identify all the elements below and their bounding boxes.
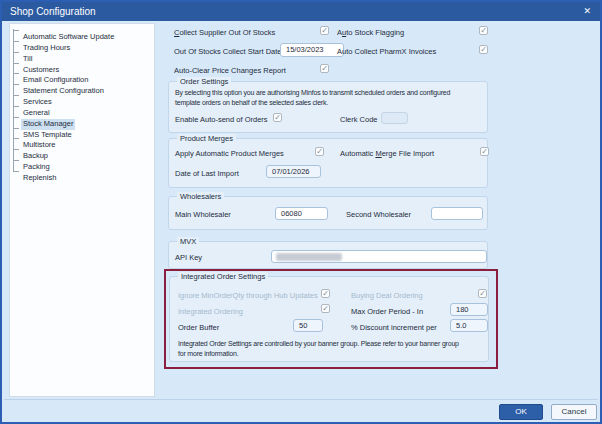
second-wholesaler-label: Second Wholesaler [346, 210, 411, 219]
sidebar-item-services[interactable]: Services [10, 90, 154, 101]
integrated-order-settings-group: Integrated Order Settings Ignore MinOrde… [169, 276, 489, 362]
auto-clear-price-changes-report-label: Auto-Clear Price Changes Report [174, 66, 286, 75]
order-settings-group-title: Order Settings [177, 77, 231, 86]
cancel-button[interactable]: Cancel [551, 404, 597, 420]
title-bar: Shop Configuration ✕ [2, 2, 600, 21]
integrated-order-settings-group-title: Integrated Order Settings [178, 272, 268, 281]
order-buffer-input[interactable]: 50 [293, 319, 323, 332]
integrated-ordering-checkbox: ✓ [321, 304, 330, 313]
automatic-merge-file-import-label: Automatic Merge File Import [340, 149, 434, 158]
ignore-minorderqty-label: Ignore MinOrderQty through Hub Updates [178, 291, 318, 300]
second-wholesaler-input[interactable] [431, 207, 483, 220]
max-order-period-input[interactable]: 180 [450, 303, 488, 316]
apply-automatic-product-merges-checkbox[interactable]: ✓ [315, 147, 324, 156]
clerk-code-input[interactable] [381, 112, 408, 124]
apply-automatic-product-merges-label: Apply Automatic Product Merges [175, 149, 284, 158]
product-merges-group-title: Product Merges [177, 134, 236, 143]
automatic-merge-file-import-checkbox[interactable]: ✓ [480, 147, 489, 156]
auto-stock-flagging-checkbox[interactable]: ✓ [479, 26, 488, 35]
sidebar-item-automatic-software-update[interactable]: Automatic Software Update [10, 25, 154, 36]
discount-increment-label: % Discount increment per [351, 323, 437, 332]
sidebar-item-replenish[interactable]: Replenish [10, 166, 154, 177]
sidebar-item-trading-hours[interactable]: Trading Hours [10, 36, 154, 47]
mvx-group-title: MVX [177, 237, 199, 246]
product-merges-group: Product Merges Apply Automatic Product M… [168, 138, 488, 188]
auto-stock-flagging-label: Auto Stock Flagging [337, 28, 404, 37]
enable-auto-send-of-orders-label: Enable Auto-send of Orders [175, 115, 268, 124]
sidebar-item-till[interactable]: Till [10, 47, 154, 58]
sidebar-item-stock-manager[interactable]: Stock Manager [10, 112, 154, 123]
integrated-ordering-label: Integrated Ordering [178, 307, 243, 316]
discount-increment-input[interactable]: 5.0 [450, 319, 488, 332]
buying-deal-ordering-checkbox: ✓ [478, 289, 487, 298]
mvx-group: MVX API Key [168, 241, 488, 269]
configuration-tree: Automatic Software Update Trading Hours … [10, 25, 154, 177]
sidebar-item-statement-configuration[interactable]: Statement Configuration [10, 79, 154, 90]
sidebar-item-email-configuration[interactable]: Email Configuration [10, 68, 154, 79]
wholesalers-group: Wholesalers Main Wholesaler 06080 Second… [168, 196, 488, 230]
date-of-last-import-field: 07/01/2026 [266, 165, 321, 178]
out-of-stocks-collect-start-date-label: Out Of Stocks Collect Start Date [174, 47, 282, 56]
main-wholesaler-input[interactable]: 06080 [275, 207, 328, 220]
window-title: Shop Configuration [10, 2, 96, 21]
enable-auto-send-of-orders-checkbox[interactable]: ✓ [273, 113, 282, 122]
footer-divider [4, 399, 598, 400]
order-settings-group: Order Settings By selecting this option … [168, 81, 488, 133]
close-icon[interactable]: ✕ [583, 2, 591, 21]
sidebar-item-general[interactable]: General [10, 101, 154, 112]
auto-collect-pharmx-invoices-checkbox[interactable]: ✓ [479, 45, 488, 54]
wholesalers-group-title: Wholesalers [177, 192, 224, 201]
shop-configuration-dialog: Shop Configuration ✕ Automatic Software … [0, 0, 602, 424]
sidebar-item-packing[interactable]: Packing [10, 155, 154, 166]
collect-supplier-out-of-stocks-checkbox[interactable]: ✓ [320, 26, 329, 35]
sidebar-item-multistore[interactable]: Multistore [10, 133, 154, 144]
collect-supplier-out-of-stocks-label: Collect Supplier Out Of Stocks [174, 28, 275, 37]
main-wholesaler-label: Main Wholesaler [175, 210, 231, 219]
api-key-input[interactable] [271, 250, 487, 263]
configuration-tree-panel: Automatic Software Update Trading Hours … [9, 23, 155, 397]
max-order-period-label: Max Order Period - In [351, 307, 423, 316]
sidebar-item-backup[interactable]: Backup [10, 144, 154, 155]
out-of-stocks-collect-start-date-input[interactable]: 15/03/2023 [280, 43, 344, 57]
ok-button[interactable]: OK [499, 404, 543, 420]
sidebar-item-sms-template[interactable]: SMS Template [10, 123, 154, 134]
integrated-order-settings-note: Integrated Order Settings are controlled… [178, 339, 488, 359]
order-settings-description: By selecting this option you are authori… [175, 88, 487, 108]
ignore-minorderqty-checkbox: ✓ [321, 289, 330, 298]
auto-clear-price-changes-report-checkbox[interactable]: ✓ [320, 64, 329, 73]
clerk-code-label: Clerk Code [340, 115, 378, 124]
date-of-last-import-label: Date of Last Import [175, 169, 239, 178]
sidebar-item-customers[interactable]: Customers [10, 58, 154, 69]
auto-collect-pharmx-invoices-label: Auto Collect PharmX Invoices [337, 47, 436, 56]
buying-deal-ordering-label: Buying Deal Ordering [351, 291, 423, 300]
api-key-redacted-value [276, 253, 342, 261]
api-key-label: API Key [175, 253, 202, 262]
order-buffer-label: Order Buffer [178, 323, 219, 332]
